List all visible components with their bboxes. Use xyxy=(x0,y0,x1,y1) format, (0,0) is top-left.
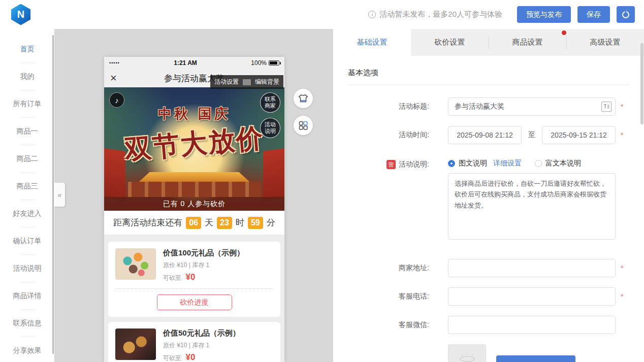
publish-status-note: 活动暂未发布，最多20人可参与体验 xyxy=(379,10,502,19)
activity-time-label: 活动时间: xyxy=(348,130,429,140)
cut-price-label: 可砍至 xyxy=(163,354,181,361)
basic-settings-form: 基本选项 活动标题: * xyxy=(333,56,644,362)
phone-status-bar: ••••• 1:21 AM 100% xyxy=(104,57,284,69)
text-template-icon[interactable] xyxy=(601,102,611,112)
signal-dots-icon: ••••• xyxy=(109,60,120,65)
preview-canvas: « ••••• 1:21 AM 100% × 参与活动赢大奖 活动设置 编辑背景 xyxy=(54,29,333,362)
banner-edit-overlay: 活动设置 编辑背景 xyxy=(210,75,283,89)
product-image-mooncakes-color xyxy=(115,248,156,280)
sidebar-item-home[interactable]: 首页 xyxy=(0,36,54,63)
radio-image-text-label: 图文说明 xyxy=(459,159,487,168)
product-card-2: 价值50元礼品（示例） 原价 ¥10 | 库存 1 可砍至 ¥0 xyxy=(108,322,280,362)
activity-banner[interactable]: 中秋 国庆 双节大放价 ♪ 联系商家 活动说明 已有 0 人参与砍价 xyxy=(104,87,284,211)
settings-panel: 基础设置 砍价设置 商品设置 高级设置 基本选项 活动标题: xyxy=(333,29,644,362)
participants-count: 已有 0 人参与砍价 xyxy=(104,197,284,211)
countdown-prefix: 距离活动结束还有 xyxy=(113,217,182,228)
merchant-address-input[interactable] xyxy=(448,259,616,277)
service-wechat-input[interactable] xyxy=(448,316,616,334)
cut-price-label: 可砍至 xyxy=(163,274,181,281)
phone-preview: ••••• 1:21 AM 100% × 参与活动赢大奖 活动设置 编辑背景 xyxy=(104,57,284,362)
activity-title-input[interactable] xyxy=(448,97,616,116)
notification-dot xyxy=(562,30,566,35)
card-divider xyxy=(115,288,273,289)
product-meta: 原价 ¥10 | 库存 1 xyxy=(163,261,244,270)
banner-gate-roof xyxy=(139,172,250,182)
sidebar-item-activity-desc[interactable]: 活动说明 xyxy=(0,255,54,282)
activity-desc-label: 活动说明: xyxy=(399,160,429,169)
preview-publish-button[interactable]: 预览与发布 xyxy=(517,6,571,23)
bargain-progress-button[interactable]: 砍价进度 xyxy=(157,294,232,310)
sidebar-item-confirm-order[interactable]: 确认订单 xyxy=(0,227,54,255)
section-title: 基本选项 xyxy=(348,68,630,85)
page-nav-sidebar: 首页 我的 所有订单 商品一 商品二 商品三 好友进入 确认订单 活动说明 商品… xyxy=(0,29,54,362)
product-card-1: 价值100元礼品（示例） 原价 ¥10 | 库存 1 可砍至 ¥0 砍价进度 xyxy=(108,242,280,317)
activity-desc-textarea[interactable]: 选择商品后进行砍价，自砍一刀后邀请好友帮忙砍，砍价后可在线购买商品，支付成功后商… xyxy=(448,173,616,240)
product-title: 价值50元礼品（示例） xyxy=(163,328,240,338)
battery-icon xyxy=(269,60,279,65)
sidebar-item-product-2[interactable]: 商品二 xyxy=(0,145,54,173)
power-button[interactable] xyxy=(617,6,635,23)
close-icon[interactable]: × xyxy=(110,73,125,84)
activity-desc-badge[interactable]: 活动说明 xyxy=(260,118,280,138)
top-header: N i 活动暂未发布，最多20人可参与体验 预览与发布 保存 xyxy=(0,0,644,29)
sidebar-item-mine[interactable]: 我的 xyxy=(0,63,54,90)
status-time: 1:21 AM xyxy=(120,59,251,67)
image-placeholder[interactable] xyxy=(448,344,486,362)
cut-price-value: ¥0 xyxy=(185,272,195,282)
tab-basic-settings[interactable]: 基础设置 xyxy=(333,29,411,56)
save-button[interactable]: 保存 xyxy=(577,6,610,23)
countdown-minutes-unit: 分 xyxy=(267,217,275,228)
banner-headline-2: 双节大放价 xyxy=(104,118,284,171)
activity-time-start-input[interactable] xyxy=(448,126,522,144)
edit-background-button[interactable]: 编辑背景 xyxy=(251,78,283,86)
countdown-hours-unit: 时 xyxy=(236,217,244,228)
logo-letter: N xyxy=(17,9,24,20)
sidebar-item-product-1[interactable]: 商品一 xyxy=(0,118,54,145)
product-meta: 原价 ¥10 | 库存 1 xyxy=(163,341,240,350)
tab-advanced-settings[interactable]: 高级设置 xyxy=(566,29,644,56)
components-grid-button[interactable] xyxy=(294,116,313,135)
sidebar-item-product-3[interactable]: 商品三 xyxy=(0,173,54,200)
countdown-hours: 23 xyxy=(217,217,232,229)
overlay-divider xyxy=(243,79,251,85)
sidebar-scrollbar[interactable] xyxy=(52,35,54,354)
cut-price-value: ¥0 xyxy=(185,352,195,362)
activity-title-label: 活动标题: xyxy=(348,102,429,111)
banner-gate-wall xyxy=(128,182,261,197)
detail-settings-link[interactable]: 详细设置 xyxy=(493,159,522,168)
sidebar-item-product-detail[interactable]: 商品详情 xyxy=(0,282,54,310)
activity-setting-button[interactable]: 活动设置 xyxy=(210,78,243,86)
product-list: 价值100元礼品（示例） 原价 ¥10 | 库存 1 可砍至 ¥0 砍价进度 xyxy=(104,235,284,362)
sidebar-item-all-orders[interactable]: 所有订单 xyxy=(0,90,54,118)
countdown-days: 06 xyxy=(186,217,201,229)
bottom-action-button[interactable] xyxy=(496,355,575,362)
power-icon xyxy=(622,11,629,18)
required-mark: * xyxy=(621,264,623,272)
app-logo[interactable]: N xyxy=(11,4,30,25)
required-mark: * xyxy=(621,103,623,111)
contact-merchant-badge[interactable]: 联系商家 xyxy=(260,92,280,113)
product-image-mooncakes-dark xyxy=(115,328,156,360)
required-mark: * xyxy=(621,131,623,139)
product-title: 价值100元礼品（示例） xyxy=(163,248,244,258)
tab-bargain-settings[interactable]: 砍价设置 xyxy=(411,29,489,56)
music-icon[interactable]: ♪ xyxy=(109,92,124,108)
service-phone-input[interactable] xyxy=(448,287,616,306)
merchant-address-label: 商家地址: xyxy=(348,264,429,273)
countdown-bar: 距离活动结束还有 06 天 23 时 59 分 xyxy=(104,211,284,235)
activity-time-end-input[interactable] xyxy=(542,126,616,144)
sidebar-item-friend-entry[interactable]: 好友进入 xyxy=(0,200,54,227)
theme-skin-button[interactable] xyxy=(294,89,313,108)
radio-rich-text[interactable] xyxy=(535,160,542,167)
tab-product-settings[interactable]: 商品设置 xyxy=(489,29,566,56)
required-mark: * xyxy=(621,292,623,301)
radio-image-text[interactable] xyxy=(448,160,455,167)
battery-percent: 100% xyxy=(251,59,267,67)
sidebar-collapse-button[interactable]: « xyxy=(54,183,65,207)
settings-tabs: 基础设置 砍价设置 商品设置 高级设置 xyxy=(333,29,644,56)
countdown-minutes: 59 xyxy=(248,217,263,229)
info-icon: i xyxy=(368,11,376,18)
sidebar-item-contact-info[interactable]: 联系信息 xyxy=(0,310,54,337)
settings-scrollbar[interactable] xyxy=(640,43,643,124)
sidebar-item-share-effect[interactable]: 分享效果 xyxy=(0,337,54,362)
